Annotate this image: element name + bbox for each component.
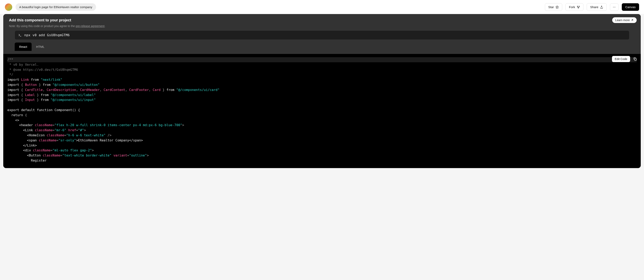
svg-point-3 <box>578 7 578 8</box>
svg-rect-10 <box>634 59 636 60</box>
banner-note-body: By using this code or product you agree … <box>16 24 76 28</box>
fork-icon <box>577 5 580 9</box>
svg-line-8 <box>632 19 633 21</box>
tab-html[interactable]: HTML <box>32 42 49 51</box>
arrow-up-right-icon <box>630 18 634 22</box>
canvas-button[interactable]: Canvas <box>622 3 639 11</box>
learn-more-label: Learn more <box>615 18 630 22</box>
share-label: Share <box>590 5 598 9</box>
code-tabs: React HTML <box>15 42 629 51</box>
star-label: Star <box>548 5 554 9</box>
star-button[interactable]: Star <box>545 3 562 11</box>
command-text: npx v0 add GsU8hqmGTM6 <box>24 33 70 37</box>
more-button[interactable] <box>610 3 618 11</box>
prompt-pill[interactable]: A beautiful login page for EthioHaven re… <box>16 3 96 11</box>
ellipsis-icon <box>612 5 616 9</box>
terminal-icon <box>18 33 22 37</box>
share-icon <box>600 5 603 9</box>
svg-point-5 <box>613 7 614 7</box>
banner: Add this component to your project Note:… <box>3 14 641 54</box>
star-icon <box>556 5 559 9</box>
main-panel: Add this component to your project Note:… <box>3 14 641 168</box>
top-bar: A beautiful login page for EthioHaven re… <box>0 0 644 14</box>
svg-marker-0 <box>556 6 558 8</box>
edit-code-button[interactable]: Edit Code <box>612 56 630 62</box>
svg-point-7 <box>615 7 616 7</box>
canvas-label: Canvas <box>625 5 636 9</box>
svg-point-2 <box>579 6 579 6</box>
svg-point-1 <box>577 6 578 6</box>
banner-note: Note: By using this code or product you … <box>9 24 635 28</box>
code-actions: Edit Code <box>612 56 637 62</box>
tab-react[interactable]: React <box>15 42 32 51</box>
svg-point-6 <box>614 7 614 7</box>
share-button[interactable]: Share <box>587 3 607 11</box>
code-area: Edit Code /** * v0 by Vercel. * @see htt… <box>3 54 641 168</box>
banner-title: Add this component to your project <box>9 18 635 22</box>
learn-more-button[interactable]: Learn more <box>612 17 637 23</box>
app-logo <box>5 3 12 11</box>
fork-label: Fork <box>569 5 575 9</box>
code-block: /** * v0 by Vercel. * @see https://v0.de… <box>3 57 641 163</box>
command-bar[interactable]: npx v0 add GsU8hqmGTM6 <box>15 30 629 40</box>
fork-button[interactable]: Fork <box>566 3 584 11</box>
banner-note-link[interactable]: pre-release agreement <box>76 24 104 28</box>
copy-icon[interactable] <box>633 57 637 61</box>
banner-note-prefix: Note: <box>9 24 16 28</box>
